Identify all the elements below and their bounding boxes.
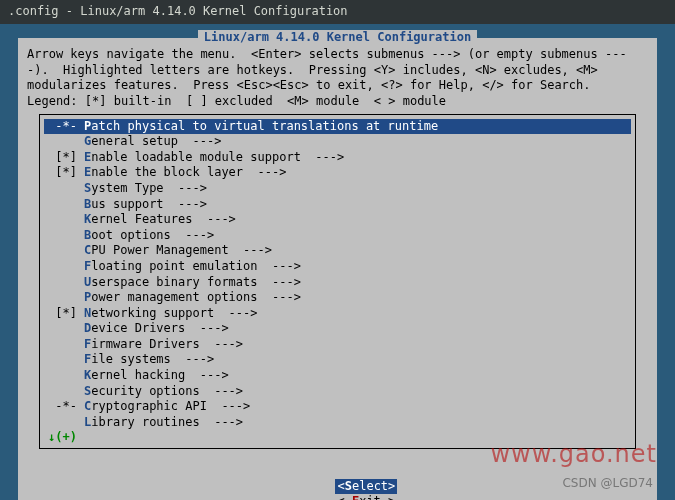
menu-item-text: serspace binary formats --->: [91, 275, 301, 289]
menu-item-label: Firmware Drivers --->: [84, 337, 243, 353]
menu-item-bracket: [48, 228, 84, 244]
menu-item-label: Library routines --->: [84, 415, 243, 431]
menu-item-bracket: [*]: [48, 165, 84, 181]
dialog-help-text: Arrow keys navigate the menu. <Enter> se…: [27, 47, 648, 109]
exit-button[interactable]: < Exit >: [335, 494, 397, 500]
menu-listbox[interactable]: -*- Patch physical to virtual translatio…: [39, 114, 636, 449]
menu-item-bracket: [48, 321, 84, 337]
window-titlebar: .config - Linux/arm 4.14.0 Kernel Config…: [0, 0, 675, 24]
menu-item-text: PU Power Management --->: [91, 243, 272, 257]
menu-item-text: ernel hacking --->: [91, 368, 228, 382]
menu-item-bracket: [48, 415, 84, 431]
menu-item-text: nable the block layer --->: [91, 165, 286, 179]
menu-item[interactable]: Boot options --->: [44, 228, 631, 244]
menu-item-label: Floating point emulation --->: [84, 259, 301, 275]
menu-item-text: ile systems --->: [91, 352, 214, 366]
menu-item[interactable]: Kernel Features --->: [44, 212, 631, 228]
menu-item-bracket: [48, 181, 84, 197]
dialog-title: Linux/arm 4.14.0 Kernel Configuration: [198, 30, 477, 46]
menu-item-bracket: [48, 337, 84, 353]
menu-item-label: Boot options --->: [84, 228, 214, 244]
menu-item-text: evice Drivers --->: [91, 321, 228, 335]
menu-item[interactable]: Library routines --->: [44, 415, 631, 431]
menu-item-bracket: [48, 197, 84, 213]
menu-item-label: Userspace binary formats --->: [84, 275, 301, 291]
menu-item-label: Kernel hacking --->: [84, 368, 229, 384]
menu-item[interactable]: Userspace binary formats --->: [44, 275, 631, 291]
menu-item-label: System Type --->: [84, 181, 207, 197]
menu-item-text: eneral setup --->: [91, 134, 221, 148]
menu-item[interactable]: System Type --->: [44, 181, 631, 197]
dialog-body: Arrow keys navigate the menu. <Enter> se…: [19, 45, 656, 500]
menu-item-label: Bus support --->: [84, 197, 207, 213]
menu-item-text: oot options --->: [91, 228, 214, 242]
menu-item[interactable]: Firmware Drivers --->: [44, 337, 631, 353]
menu-item-label: Enable loadable module support --->: [84, 150, 344, 166]
menu-item[interactable]: Floating point emulation --->: [44, 259, 631, 275]
menu-item-bracket: [48, 259, 84, 275]
menu-item-text: ibrary routines --->: [91, 415, 243, 429]
menu-item[interactable]: -*- Patch physical to virtual translatio…: [44, 119, 631, 135]
scroll-down-indicator: ↓(+): [40, 430, 635, 446]
menu-item[interactable]: Kernel hacking --->: [44, 368, 631, 384]
menu-item-text: ryptographic API --->: [91, 399, 250, 413]
menu-item-bracket: [48, 352, 84, 368]
menu-item-text: nable loadable module support --->: [91, 150, 344, 164]
menu-item-bracket: [48, 290, 84, 306]
menu-item-bracket: [48, 134, 84, 150]
menu-item-text: us support --->: [91, 197, 207, 211]
select-button[interactable]: <Select>: [335, 479, 397, 495]
menu-item-label: Security options --->: [84, 384, 243, 400]
menu-item[interactable]: Bus support --->: [44, 197, 631, 213]
menu-item-label: Enable the block layer --->: [84, 165, 286, 181]
menu-item-bracket: -*-: [48, 119, 84, 135]
menu-item-label: Power management options --->: [84, 290, 301, 306]
menu-item-bracket: [48, 275, 84, 291]
menu-item-text: loating point emulation --->: [91, 259, 301, 273]
menu-item[interactable]: Power management options --->: [44, 290, 631, 306]
menu-item-bracket: [48, 368, 84, 384]
menu-item-text: ower management options --->: [91, 290, 301, 304]
menu-item[interactable]: [*] Enable the block layer --->: [44, 165, 631, 181]
menu-item-label: Cryptographic API --->: [84, 399, 250, 415]
menu-item[interactable]: -*- Cryptographic API --->: [44, 399, 631, 415]
menu-item-bracket: [48, 243, 84, 259]
terminal-area: Linux/arm 4.14.0 Kernel Configuration Ar…: [0, 24, 675, 500]
menu-item-bracket: [48, 212, 84, 228]
menu-item-bracket: -*-: [48, 399, 84, 415]
dialog-box: Linux/arm 4.14.0 Kernel Configuration Ar…: [18, 38, 657, 500]
menu-item[interactable]: [*] Networking support --->: [44, 306, 631, 322]
menu-item[interactable]: Device Drivers --->: [44, 321, 631, 337]
menu-item-label: General setup --->: [84, 134, 221, 150]
menu-item-text: etworking support --->: [91, 306, 257, 320]
menu-item-label: File systems --->: [84, 352, 214, 368]
menu-item-bracket: [*]: [48, 306, 84, 322]
button-bar: <Select> < Exit > < Help > < Save > < Lo…: [27, 457, 648, 500]
menu-item[interactable]: File systems --->: [44, 352, 631, 368]
menu-item-label: Patch physical to virtual translations a…: [84, 119, 438, 135]
menu-item-label: CPU Power Management --->: [84, 243, 272, 259]
menu-item[interactable]: [*] Enable loadable module support --->: [44, 150, 631, 166]
menu-item-label: Networking support --->: [84, 306, 257, 322]
window-title: .config - Linux/arm 4.14.0 Kernel Config…: [8, 4, 348, 18]
menu-item-text: atch physical to virtual translations at…: [91, 119, 438, 133]
menu-item[interactable]: General setup --->: [44, 134, 631, 150]
menu-item-label: Device Drivers --->: [84, 321, 229, 337]
menu-item-text: ernel Features --->: [91, 212, 236, 226]
menu-item[interactable]: CPU Power Management --->: [44, 243, 631, 259]
menu-item[interactable]: Security options --->: [44, 384, 631, 400]
menu-item-text: irmware Drivers --->: [91, 337, 243, 351]
menu-item-text: ecurity options --->: [91, 384, 243, 398]
menu-item-bracket: [*]: [48, 150, 84, 166]
menu-item-text: ystem Type --->: [91, 181, 207, 195]
menu-item-bracket: [48, 384, 84, 400]
select-hotkey: S: [345, 479, 352, 493]
menu-item-label: Kernel Features --->: [84, 212, 236, 228]
